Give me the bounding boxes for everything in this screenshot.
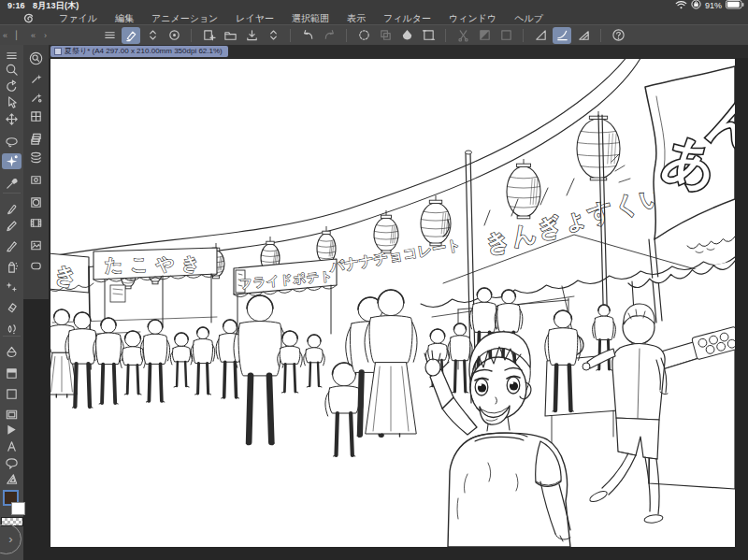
palette-updown-button[interactable] — [143, 27, 162, 44]
eyedropper-tool[interactable] — [2, 176, 22, 192]
subtool-image[interactable] — [26, 237, 46, 253]
move-tool[interactable] — [2, 111, 22, 127]
snap-to-ruler-button[interactable] — [531, 27, 550, 44]
operation-tool[interactable] — [2, 94, 22, 110]
pencil-tool[interactable] — [2, 218, 22, 234]
text-tool[interactable] — [2, 438, 22, 454]
snap-to-special-ruler-button[interactable] — [553, 27, 571, 44]
document-tab-bar: 夏祭り* (A4 297.00 x 210.00mm 350dpi 62.1%) — [49, 45, 748, 58]
background-color-chip[interactable] — [11, 502, 25, 515]
subtool-zoom[interactable] — [26, 50, 46, 66]
palette-collapse-control-2[interactable]: « — [31, 31, 36, 40]
new-canvas-button[interactable] — [199, 27, 218, 44]
toolbar-separator — [290, 29, 291, 42]
undo-button[interactable] — [298, 27, 317, 44]
gradient-button[interactable] — [475, 27, 494, 44]
canvas-document[interactable]: きたこやきフライドポテトバナナチョコレートきんぎょすくいあん — [50, 59, 735, 547]
toolbar-separator — [191, 29, 192, 42]
main-menu-button[interactable] — [100, 27, 119, 44]
zoom-tool[interactable] — [2, 62, 22, 78]
transform-button[interactable] — [419, 27, 438, 44]
menu-bar: ファイル編集アニメーションレイヤー選択範囲表示フィルターウィンドウヘルプ — [0, 12, 748, 24]
figure-button[interactable] — [496, 27, 515, 44]
subtool-wand-1[interactable] — [26, 71, 46, 87]
battery-icon — [726, 0, 744, 13]
document-thumbnail-icon — [54, 48, 62, 55]
orientation-lock-icon — [691, 0, 701, 13]
blend-tool[interactable] — [2, 321, 22, 337]
copy-button[interactable] — [376, 27, 395, 44]
decoration-tool[interactable] — [2, 280, 22, 295]
help-button[interactable] — [609, 27, 627, 44]
subtool-grid[interactable] — [26, 108, 46, 124]
pen-tool[interactable] — [2, 201, 22, 217]
clip-studio-paint-app: 9:16 8月13日(木) 91% ファイル編集アニメーションレイヤー選択範囲表… — [0, 0, 748, 560]
redo-button[interactable] — [320, 27, 338, 44]
subtool-ring[interactable] — [26, 194, 46, 210]
polyline-tool[interactable] — [2, 422, 22, 438]
menu-item-3[interactable]: レイヤー — [236, 13, 274, 23]
toolbar-separator — [600, 29, 601, 42]
menu-item-8[interactable]: ヘルプ — [514, 13, 543, 23]
deselect-button[interactable] — [354, 27, 373, 44]
balloon-tool[interactable] — [2, 455, 22, 471]
rotate-tool[interactable] — [2, 79, 22, 94]
menu-item-1[interactable]: 編集 — [115, 13, 134, 23]
banner-text: き — [54, 263, 78, 289]
menu-item-7[interactable]: ウィンドウ — [449, 13, 496, 23]
ipad-status-bar: 9:16 8月13日(木) 91% — [0, 0, 748, 12]
save-button[interactable] — [242, 27, 261, 44]
subtool-frame[interactable] — [26, 172, 46, 188]
festival-line-art: きたこやきフライドポテトバナナチョコレートきんぎょすくいあん — [50, 59, 735, 547]
tool-palette-divider — [3, 336, 21, 337]
subtool-stack[interactable] — [26, 131, 46, 147]
eraser-tool[interactable] — [2, 300, 22, 316]
tool-property-button[interactable] — [122, 27, 140, 44]
brush-tool[interactable] — [2, 238, 22, 254]
banner-text: たこやき — [105, 252, 208, 275]
gradient-tool[interactable] — [2, 366, 22, 381]
frame-border-tool[interactable] — [2, 407, 22, 423]
subtool-rounded[interactable] — [26, 258, 46, 274]
open-file-button[interactable] — [221, 27, 239, 44]
palette-expand-button[interactable]: › — [0, 524, 22, 554]
document-tab[interactable]: 夏祭り* (A4 297.00 x 210.00mm 350dpi 62.1%) — [50, 46, 228, 57]
subtool-layers[interactable] — [26, 150, 46, 165]
save-options-button[interactable] — [264, 27, 282, 44]
sub-tool-palette — [23, 45, 49, 299]
document-tab-title: 夏祭り* (A4 297.00 x 210.00mm 350dpi 62.1%) — [65, 46, 223, 57]
auto-select-tool[interactable] — [2, 153, 22, 169]
subtool-film[interactable] — [26, 215, 46, 231]
lasso-tool[interactable] — [2, 134, 22, 150]
ruler-tool[interactable] — [2, 471, 22, 487]
figure-tool[interactable] — [2, 386, 22, 402]
fill-button[interactable] — [397, 27, 416, 44]
palette-collapse-control-1[interactable]: ▏ — [16, 31, 22, 40]
menu-item-6[interactable]: フィルター — [383, 13, 431, 23]
toolbar-separator — [346, 29, 347, 42]
menu-item-2[interactable]: アニメーション — [151, 13, 218, 23]
tool-palette: › — [0, 45, 23, 560]
palette-collapse-control-3[interactable]: › — [44, 31, 47, 40]
clear-button[interactable] — [453, 27, 472, 44]
battery-percent: 91% — [705, 0, 722, 12]
menu-item-4[interactable]: 選択範囲 — [292, 13, 329, 23]
airbrush-tool[interactable] — [2, 259, 22, 275]
tool-palette-divider — [3, 193, 21, 194]
toolbar-separator — [523, 29, 524, 42]
palette-collapse-control-0[interactable]: « — [3, 31, 7, 40]
clip-studio-paint-logo[interactable] — [22, 13, 35, 24]
menu-item-5[interactable]: 表示 — [347, 13, 366, 23]
subtool-wand-2[interactable] — [26, 90, 46, 106]
wifi-icon — [675, 0, 687, 13]
clock: 9:16 — [7, 1, 25, 10]
snap-to-grid-button[interactable] — [574, 27, 593, 44]
fill-tool[interactable] — [2, 344, 22, 360]
command-bar: «▏«› — [0, 24, 748, 45]
date: 8月13日(木) — [33, 1, 79, 10]
sub-tool-detail-button[interactable] — [165, 27, 183, 44]
menu-item-0[interactable]: ファイル — [59, 13, 97, 23]
toolbar-separator — [445, 29, 446, 42]
